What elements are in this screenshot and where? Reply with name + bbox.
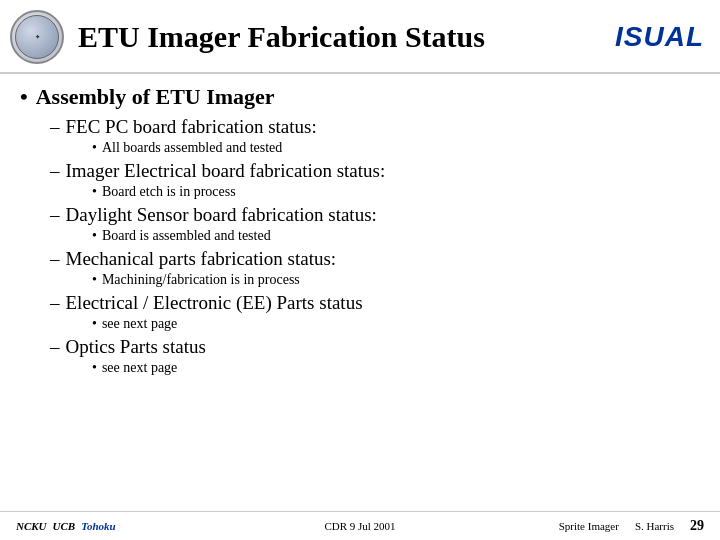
bullet-small-icon xyxy=(92,228,97,244)
level3-label-0-0: All boards assembled and tested xyxy=(102,140,282,156)
bullet-small-icon xyxy=(92,272,97,288)
level3-label-1-0: Board etch is in process xyxy=(102,184,236,200)
level3-label-5-0: see next page xyxy=(102,360,177,376)
footer-harris: S. Harris xyxy=(635,520,674,532)
bullet-small-icon xyxy=(92,184,97,200)
dash-icon-3 xyxy=(50,248,60,270)
dash-icon-0 xyxy=(50,116,60,138)
footer-sprite: Sprite Imager xyxy=(559,520,619,532)
level3-item-3-0: Machining/fabrication is in process xyxy=(92,272,700,288)
level2-label-3: Mechanical parts fabrication status: xyxy=(66,248,337,270)
main-content: Assembly of ETU Imager FEC PC board fabr… xyxy=(0,74,720,382)
dash-icon-5 xyxy=(50,336,60,358)
footer-tohoku: Tohoku xyxy=(81,520,115,532)
level1-item: Assembly of ETU Imager xyxy=(20,84,700,110)
level3-label-3-0: Machining/fabrication is in process xyxy=(102,272,300,288)
level2-label-0: FEC PC board fabrication status: xyxy=(66,116,317,138)
footer: NCKU UCB Tohoku CDR 9 Jul 2001 Sprite Im… xyxy=(0,511,720,540)
level2-item-0: FEC PC board fabrication status: xyxy=(50,116,700,138)
dash-icon-1 xyxy=(50,160,60,182)
footer-ncku: NCKU xyxy=(16,520,47,532)
footer-ucb: UCB xyxy=(53,520,76,532)
level1-label: Assembly of ETU Imager xyxy=(36,84,275,110)
dash-icon-4 xyxy=(50,292,60,314)
header: ✦ ETU Imager Fabrication Status ISUAL xyxy=(0,0,720,74)
level2-label-4: Electrical / Electronic (EE) Parts statu… xyxy=(66,292,363,314)
logo-inner: ✦ xyxy=(15,15,59,59)
dash-icon-2 xyxy=(50,204,60,226)
level2-label-1: Imager Electrical board fabrication stat… xyxy=(66,160,386,182)
level3-item-2-0: Board is assembled and tested xyxy=(92,228,700,244)
level2-item-4: Electrical / Electronic (EE) Parts statu… xyxy=(50,292,700,314)
footer-center: CDR 9 Jul 2001 xyxy=(245,520,474,532)
level2-label-5: Optics Parts status xyxy=(66,336,206,358)
logo-text: ✦ xyxy=(35,34,40,41)
level2-item-1: Imager Electrical board fabrication stat… xyxy=(50,160,700,182)
level3-item-1-0: Board etch is in process xyxy=(92,184,700,200)
level3-label-4-0: see next page xyxy=(102,316,177,332)
level3-item-0-0: All boards assembled and tested xyxy=(92,140,700,156)
bullet-small-icon xyxy=(92,360,97,376)
footer-right: Sprite Imager S. Harris 29 xyxy=(475,518,704,534)
bullet-small-icon xyxy=(92,140,97,156)
bullet-small-icon xyxy=(92,316,97,332)
level2-item-2: Daylight Sensor board fabrication status… xyxy=(50,204,700,226)
level2-label-2: Daylight Sensor board fabrication status… xyxy=(66,204,377,226)
footer-page: 29 xyxy=(690,518,704,534)
level2-item-5: Optics Parts status xyxy=(50,336,700,358)
level3-item-5-0: see next page xyxy=(92,360,700,376)
isual-logo: ISUAL xyxy=(615,21,704,53)
page-title: ETU Imager Fabrication Status xyxy=(78,20,615,54)
footer-left: NCKU UCB Tohoku xyxy=(16,520,245,532)
level3-label-2-0: Board is assembled and tested xyxy=(102,228,271,244)
bullet-icon xyxy=(20,84,28,110)
level2-item-3: Mechanical parts fabrication status: xyxy=(50,248,700,270)
logo-circle: ✦ xyxy=(10,10,64,64)
footer-cdr: CDR 9 Jul 2001 xyxy=(324,520,395,532)
level3-item-4-0: see next page xyxy=(92,316,700,332)
